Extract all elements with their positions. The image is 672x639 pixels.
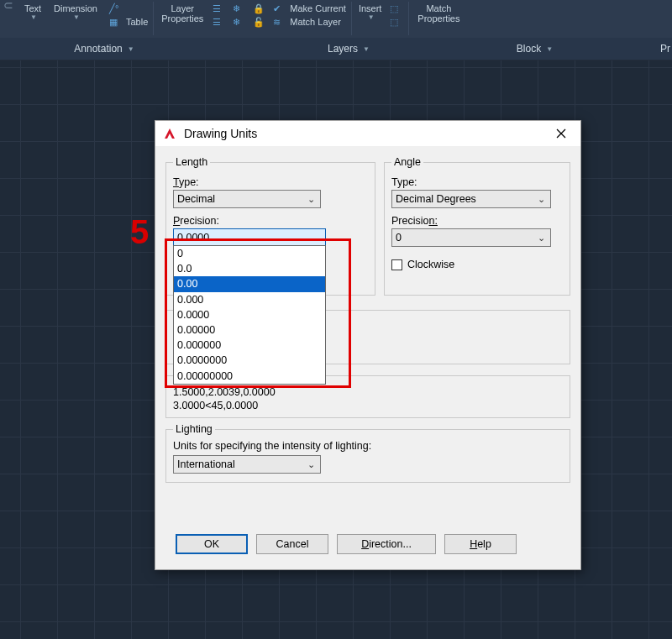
ribbon-layers-rightstack: ✔ Make Current ≋ Match Layer [270,0,349,29]
cancel-label: Cancel [276,538,309,550]
length-type-value: Decimal [177,193,215,205]
chevron-down-icon: ▼ [73,13,80,21]
ok-button[interactable]: OK [176,534,248,554]
length-precision-dropdown-list[interactable]: 00.00.000.0000.00000.000000.0000000.0000… [173,245,326,385]
help-button[interactable]: Help [444,534,517,554]
ribbon-group-properties: MatchProperties [411,0,466,24]
chevron-down-icon: ⌄ [305,194,317,205]
chevron-down-icon: ⌄ [535,194,547,205]
ribbon-make-current-button[interactable]: ✔ Make Current [270,3,349,14]
ribbon-block-smallbtn-2[interactable]: ⬚ [386,16,407,28]
lighting-legend: Lighting [173,423,215,435]
chevron-down-icon: ⌄ [310,233,322,244]
panel-label-properties[interactable]: Pr [580,43,672,55]
length-precision-label: Precision: [173,215,368,227]
precision-option[interactable]: 0.00 [174,276,325,291]
annotation-step-number: 5 [130,213,148,251]
sample-line-2: 3.0000<45,0.0000 [173,400,563,413]
help-label: Help [470,538,491,550]
precision-option[interactable]: 0.0000 [174,307,325,322]
ribbon-separator [408,2,409,35]
layers-stack-icon: ☰ [213,17,226,27]
clockwise-checkbox-row[interactable]: Clockwise [391,259,563,270]
ribbon-layer-smallbtn-3[interactable]: ❄ [229,3,249,14]
ribbon-layer-properties-button[interactable]: LayerProperties [155,0,209,24]
ribbon-table-button[interactable]: ▦ Table [106,16,151,28]
chevron-down-icon: ▼ [546,45,553,53]
ribbon: ⊂ Text ▼ Dimension ▼ ╱° ▦ Table [0,0,672,60]
block-create-icon: ⬚ [390,3,403,13]
leader-icon: ╱° [109,3,123,13]
ribbon-table-label: Table [126,17,148,27]
ribbon-match-properties-label: MatchProperties [417,3,459,24]
panel-label-text: Layers [328,43,358,55]
angle-group: Angle Type: Decimal Degrees ⌄ Precision:… [384,156,570,296]
panel-label-block[interactable]: Block ▼ [489,43,580,55]
ribbon-match-properties-button[interactable]: MatchProperties [411,0,466,24]
precision-option[interactable]: 0.000000 [174,338,325,353]
panel-label-layers[interactable]: Layers ▼ [208,43,489,55]
close-icon [556,128,566,139]
ribbon-layer-smallbtn-2[interactable]: ☰ [209,16,229,28]
chevron-down-icon: ⌄ [305,459,317,470]
chevron-down-icon: ▼ [128,45,134,53]
ribbon-layer-smallbtn-1[interactable]: ☰ [209,3,229,14]
ribbon-separator [153,2,154,35]
lighting-desc: Units for specifying the intensity of li… [173,440,563,452]
layer-freeze-icon: ❄ [233,17,246,27]
ribbon-top-row: ⊂ Text ▼ Dimension ▼ ╱° ▦ Table [0,0,672,38]
angle-type-combobox[interactable]: Decimal Degrees ⌄ [391,190,551,208]
ribbon-text-label: Text [24,3,41,13]
precision-option[interactable]: 0.0000000 [174,353,325,368]
direction-button[interactable]: Direction... [337,534,436,554]
drawing-units-dialog: Drawing Units Length Type: Decimal ⌄ [155,120,581,570]
precision-option[interactable]: 0.000 [174,292,325,307]
checkbox-icon [391,259,402,270]
panel-label-annotation[interactable]: Annotation ▼ [0,43,208,55]
length-precision-combobox[interactable]: 0.0000 ⌄ [173,228,326,247]
ribbon-layer-smallbtn-4[interactable]: ❄ [229,16,249,28]
angle-precision-value: 0 [396,232,402,244]
block-edit-icon: ⬚ [390,17,403,27]
ribbon-match-layer-button[interactable]: ≋ Match Layer [270,16,349,28]
dialog-body: Length Type: Decimal ⌄ Precision: 0.0000… [155,146,580,483]
ribbon-leader-button[interactable]: ╱° [106,3,151,14]
ribbon-layer-smallbtn-5[interactable]: 🔒 [249,3,270,14]
precision-option[interactable]: 0.00000000 [174,369,325,384]
ribbon-group-annotation: ⊂ Text ▼ Dimension ▼ ╱° ▦ Table [0,0,151,29]
ribbon-panel-labels: Annotation ▼ Layers ▼ Block ▼ Pr [0,38,672,60]
layer-freeze-icon: ❄ [233,3,246,13]
direction-label: Direction... [361,538,412,550]
ribbon-layers-smallstack: ☰ ☰ [209,0,229,29]
angle-precision-combobox[interactable]: 0 ⌄ [391,228,551,247]
ribbon-separator [351,2,352,35]
panel-label-text: Block [517,43,541,55]
ribbon-dimension-button[interactable]: Dimension ▼ [49,0,102,21]
ribbon-layer-smallbtn-6[interactable]: 🔓 [249,16,270,28]
cancel-button[interactable]: Cancel [256,534,328,554]
lighting-units-combobox[interactable]: International ⌄ [173,455,321,474]
chevron-down-icon: ▼ [30,13,37,21]
panel-label-text: Annotation [74,43,122,55]
length-type-label: Type: [173,176,368,188]
angle-precision-label: Precision: [391,215,563,227]
precision-option[interactable]: 0 [174,246,325,261]
clockwise-label: Clockwise [407,259,454,270]
ribbon-text-button[interactable]: Text ▼ [17,0,49,21]
ribbon-block-smallbtn-1[interactable]: ⬚ [386,3,407,14]
ribbon-make-current-label: Make Current [290,3,346,13]
sample-line-1: 1.5000,2.0039,0.0000 [173,386,563,400]
length-type-combobox[interactable]: Decimal ⌄ [173,190,321,208]
precision-option[interactable]: 0.00000 [174,322,325,338]
ribbon-insert-button[interactable]: Insert ▼ [354,0,387,21]
layer-unlock-icon: 🔓 [253,17,266,27]
dialog-button-row: OK Cancel Direction... Help [155,524,527,564]
autocad-app-icon [162,126,177,141]
precision-option[interactable]: 0.0 [174,261,325,276]
ribbon-annotation-smallstack: ╱° ▦ Table [106,0,151,29]
close-button[interactable] [547,123,575,144]
sample-output-text: 1.5000,2.0039,0.0000 3.0000<45,0.0000 [173,386,563,412]
angle-type-label: Type: [391,176,563,188]
length-precision-value: 0.0000 [177,232,209,244]
dialog-titlebar: Drawing Units [155,121,580,146]
